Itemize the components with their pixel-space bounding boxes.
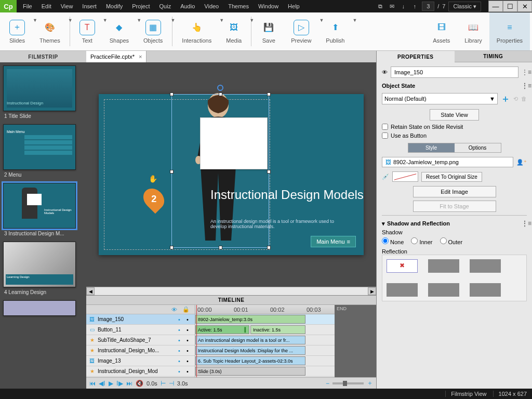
scroll-right-button[interactable]: ▶ xyxy=(368,287,376,295)
reflection-none[interactable] xyxy=(387,259,418,273)
menu-view[interactable]: View xyxy=(57,1,77,11)
tab-close-icon[interactable]: × xyxy=(139,54,142,60)
minimize-button[interactable]: — xyxy=(488,1,503,12)
timeline-layer-row[interactable]: 🖼 Image_13 • • xyxy=(86,356,195,366)
tl-goto-end-icon[interactable]: ⏭ xyxy=(126,380,132,387)
timeline-clip[interactable]: Active: 1.5s∥ xyxy=(195,325,249,334)
menu-help[interactable]: Help xyxy=(284,1,304,11)
tl-zoom-out-icon[interactable]: − xyxy=(326,380,329,387)
tl-step-back-icon[interactable]: ◀Ⅰ xyxy=(99,380,105,387)
menu-file[interactable]: File xyxy=(19,1,36,11)
visibility-toggle-icon[interactable]: 👁 xyxy=(382,69,388,75)
thumb-3[interactable]: Instructional DesignModels 3 Instruction… xyxy=(3,183,83,238)
layer-visibility-icon[interactable]: • xyxy=(178,358,184,364)
reflection-preset-5[interactable] xyxy=(470,283,501,297)
menu-video[interactable]: Video xyxy=(200,1,223,11)
ribbon-properties[interactable]: ≡Properties xyxy=(489,12,530,50)
mail-icon[interactable]: ✉ xyxy=(388,2,396,10)
menu-window[interactable]: Window xyxy=(254,1,283,11)
ribbon-media[interactable]: 🖼▼Media xyxy=(219,12,249,50)
timeline-layer-row[interactable]: ★ SubTitle_AutoShape_7 • • xyxy=(86,335,195,345)
reset-state-icon[interactable]: ⟲ xyxy=(513,96,518,102)
stage-main-menu-button[interactable]: Main Menu≡ xyxy=(311,236,356,247)
shadow-outer-radio[interactable]: Outer xyxy=(440,237,463,245)
download-icon[interactable]: ↓ xyxy=(399,2,407,10)
add-state-icon[interactable]: ＋ xyxy=(501,92,510,105)
timeline-layer-row[interactable]: ★ Instructional_Design_Mo... • • xyxy=(86,345,195,356)
layer-visibility-icon[interactable]: • xyxy=(178,368,184,375)
options-menu-icon[interactable]: ⋮≡ xyxy=(522,69,527,76)
layer-visibility-icon[interactable]: • xyxy=(178,327,184,333)
timeline-layer-row[interactable]: ★ Instructional_Design_Mod • • xyxy=(86,366,195,377)
rotate-handle[interactable] xyxy=(217,85,223,91)
reset-size-button[interactable]: Reset To Original Size xyxy=(421,172,482,182)
timeline-clip[interactable]: Instructional Design Models :Display for… xyxy=(195,346,305,355)
page-current[interactable]: 3 xyxy=(422,2,434,11)
layer-lock-icon[interactable]: • xyxy=(187,368,193,375)
horizontal-scrollbar[interactable]: ◀ ▶ xyxy=(86,287,376,295)
tl-play-icon[interactable]: ▶ xyxy=(109,380,113,387)
layer-visibility-icon[interactable]: • xyxy=(178,337,184,343)
tl-mute-icon[interactable]: 🔇 xyxy=(136,380,143,387)
layer-visibility-icon[interactable]: • xyxy=(178,316,184,323)
fit-to-stage-button[interactable]: Fit to Stage xyxy=(413,201,496,212)
tab-properties[interactable]: PROPERTIES xyxy=(377,51,455,62)
layer-lock-icon[interactable]: • xyxy=(187,337,193,343)
thumb-2[interactable]: Main Menu 2 Menu xyxy=(3,124,83,180)
reflection-preset-3[interactable] xyxy=(387,283,418,297)
timeline-clip[interactable]: Slide (3.0s) xyxy=(195,367,305,376)
transparency-swatch[interactable] xyxy=(392,171,418,182)
tl-goto-start-icon[interactable]: ⏮ xyxy=(89,380,96,387)
timeline-clip[interactable]: 6. Sub Topic Header Layout_2-assets-02:3… xyxy=(195,356,305,365)
reflection-preset-4[interactable] xyxy=(428,283,459,297)
lock-icon[interactable]: 🔒 xyxy=(182,306,190,313)
thumb-4[interactable]: Learning Design 4 Learning Design xyxy=(3,242,83,297)
menu-audio[interactable]: Audio xyxy=(176,1,199,11)
visibility-icon[interactable]: 👁 xyxy=(171,307,177,313)
retain-state-checkbox[interactable]: Retain State on Slide Revisit xyxy=(382,124,527,130)
menu-edit[interactable]: Edit xyxy=(37,1,56,11)
layer-lock-icon[interactable]: • xyxy=(187,358,193,364)
eyedropper-icon[interactable]: 💉 xyxy=(382,174,389,180)
delete-state-icon[interactable]: 🗑 xyxy=(521,96,527,102)
image-filename[interactable]: 🖼8902-Jamielow_temp.png xyxy=(382,157,513,167)
tl-zoom-slider[interactable] xyxy=(332,382,364,384)
state-select[interactable]: Normal (Default)▼ xyxy=(382,93,498,104)
close-button[interactable]: ✕ xyxy=(517,1,532,12)
ribbon-save[interactable]: 💾Save xyxy=(254,12,284,50)
shadow-inner-radio[interactable]: Inner xyxy=(411,237,432,245)
tl-marker-end-icon[interactable]: ⊣ xyxy=(169,380,174,387)
use-as-button-checkbox[interactable]: Use as Button xyxy=(382,132,527,139)
layer-lock-icon[interactable]: • xyxy=(187,316,193,323)
ribbon-publish[interactable]: ⬆▼Publish xyxy=(318,12,352,50)
reflection-preset-1[interactable] xyxy=(428,259,459,273)
menu-project[interactable]: Project xyxy=(128,1,154,11)
timeline-layer-row[interactable]: 🖼 Image_150 • • xyxy=(86,314,195,325)
shadow-none-radio[interactable]: None xyxy=(382,237,404,245)
workspace-dropdown[interactable]: Classic ▾ xyxy=(448,2,481,11)
stage-title[interactable]: Instructional Design Models xyxy=(210,188,364,203)
subtab-style[interactable]: Style xyxy=(408,143,455,152)
swap-image-icon[interactable]: 👤⁺ xyxy=(516,159,527,166)
tl-marker-start-icon[interactable]: ⊢ xyxy=(161,380,166,387)
stage-area[interactable]: 2 ✋ Instructional Design Models An instr… xyxy=(86,62,376,287)
ribbon-assets[interactable]: 🎞Assets xyxy=(425,12,457,50)
subtab-options[interactable]: Options xyxy=(455,143,501,152)
playhead[interactable] xyxy=(196,305,197,377)
ribbon-objects[interactable]: ▦▼Objects xyxy=(136,12,170,50)
menu-quiz[interactable]: Quiz xyxy=(155,1,176,11)
timeline-clip[interactable]: Inactive: 1.5s xyxy=(250,325,305,334)
ribbon-text[interactable]: T▼Text xyxy=(72,12,102,50)
thumb-5[interactable] xyxy=(3,300,83,316)
state-menu-icon[interactable]: ⋮≡ xyxy=(522,82,527,89)
layer-visibility-icon[interactable]: • xyxy=(178,348,184,354)
document-tab[interactable]: PracticeFile.cptx* × xyxy=(86,51,147,62)
ribbon-shapes[interactable]: ◆▼Shapes xyxy=(102,12,136,50)
reflection-preset-2[interactable] xyxy=(470,259,501,273)
ribbon-preview[interactable]: ▷▼Preview xyxy=(284,12,318,50)
slide-canvas[interactable]: 2 ✋ Instructional Design Models An instr… xyxy=(99,94,364,255)
ribbon-slides[interactable]: ＋▼Slides xyxy=(2,12,32,50)
layer-lock-icon[interactable]: • xyxy=(187,327,193,333)
ribbon-themes[interactable]: 🎨▼Themes xyxy=(32,12,68,50)
layer-lock-icon[interactable]: • xyxy=(187,348,193,354)
